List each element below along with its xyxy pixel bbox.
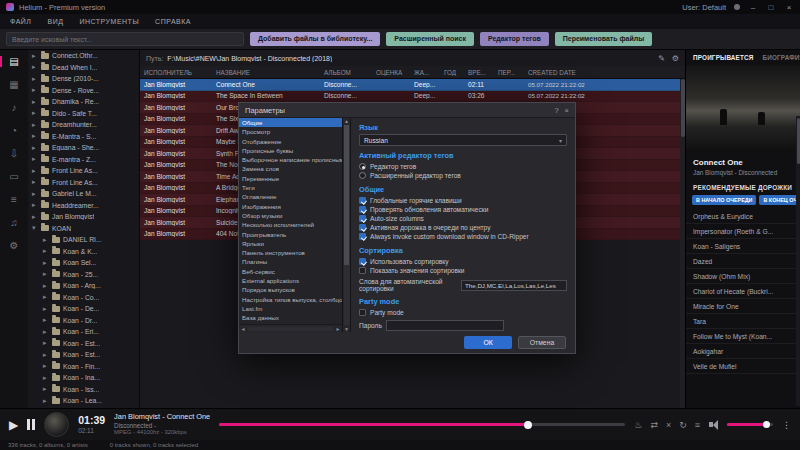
expand-arrow-icon[interactable]: ▸ — [32, 52, 38, 60]
column-header[interactable]: ЖА... — [410, 69, 440, 76]
expand-arrow-icon[interactable]: ▸ — [32, 190, 38, 198]
column-header[interactable]: ОЦЕНКА — [372, 69, 410, 76]
tree-item[interactable]: ▸ Koan - Fin... — [28, 361, 139, 373]
expand-arrow-icon[interactable]: ▸ — [43, 282, 49, 290]
close-button[interactable]: × — [784, 3, 794, 12]
recommended-track[interactable]: Follow Me to Myst (Koan... — [686, 329, 800, 344]
tree-item[interactable]: ▸ Dreamhunter... — [28, 119, 139, 131]
category-vscrollbar[interactable]: ▲ ▼ — [343, 118, 351, 332]
stop-after-icon[interactable]: × — [666, 420, 671, 430]
menu-item[interactable]: ИНСТРУМЕНТЫ — [79, 18, 139, 25]
expand-arrow-icon[interactable]: ▸ — [43, 351, 49, 359]
settings-category[interactable]: Плагины — [239, 257, 342, 266]
scroll-up-icon[interactable]: ▲ — [344, 118, 349, 124]
volume-icon[interactable] — [709, 420, 718, 430]
dialog-titlebar[interactable]: Параметры ? × — [239, 103, 575, 118]
checkbox-icon[interactable] — [359, 197, 366, 204]
recommended-track[interactable]: Miracle for One — [686, 299, 800, 314]
tree-item[interactable]: ▸ Koan - Eri... — [28, 326, 139, 338]
tree-item[interactable]: ▸ Dead When I... — [28, 62, 139, 74]
settings-category[interactable]: Замена слов — [239, 164, 342, 173]
checkbox-option[interactable]: Глобальные горячие клавиши — [359, 196, 567, 205]
column-header[interactable]: ГОД — [440, 69, 464, 76]
panel-tab[interactable]: БИОГРАФИЯ — [763, 54, 800, 61]
toolbar-button[interactable]: Редактор тегов — [480, 32, 549, 46]
settings-category[interactable]: Проигрыватель — [239, 230, 342, 239]
volume-slider[interactable] — [727, 423, 773, 426]
dialog-close-icon[interactable]: × — [565, 106, 569, 115]
radio-icon[interactable] — [359, 163, 366, 170]
expand-arrow-icon[interactable]: ▸ — [32, 167, 38, 175]
tree-item[interactable]: ▸ Koan - Co... — [28, 292, 139, 304]
queue-action-button[interactable]: В КОНЕЦ ОЧЕРЕДИ — [759, 195, 800, 205]
hot-tracks-icon[interactable]: ♨ — [634, 420, 642, 430]
radio-option[interactable]: Расширенный редактор тегов — [359, 171, 567, 180]
checkbox-option[interactable]: Party mode — [359, 308, 567, 317]
checkbox-icon[interactable] — [359, 224, 366, 231]
sort-words-input[interactable] — [461, 280, 567, 291]
settings-category[interactable]: Настройка типов выпуска, столбцов и п... — [239, 295, 342, 304]
sidebar-icon[interactable]: ♫ — [0, 216, 28, 229]
seek-bar[interactable] — [219, 423, 625, 426]
vscroll-thumb[interactable] — [344, 125, 349, 265]
settings-category[interactable]: Ярлыки — [239, 239, 342, 248]
tree-item[interactable]: ▸ Front Line As... — [28, 177, 139, 189]
tree-item[interactable]: ▸ E-mantra - Z... — [28, 154, 139, 166]
tree-item[interactable]: ▸ Dido - Safe T... — [28, 108, 139, 120]
settings-category[interactable]: Отображение — [239, 137, 342, 146]
expand-arrow-icon[interactable]: ▸ — [43, 305, 49, 313]
recommended-track[interactable]: Impersonator (Roeth & G... — [686, 224, 800, 239]
checkbox-option[interactable]: Активная дорожка в очереди по центру — [359, 223, 567, 232]
sidebar-icon[interactable]: ▭ — [0, 170, 28, 183]
checkbox-icon[interactable] — [359, 233, 366, 240]
expand-arrow-icon[interactable]: ▸ — [43, 374, 49, 382]
expand-arrow-icon[interactable]: ▸ — [32, 98, 38, 106]
settings-category[interactable]: Просмотр — [239, 127, 342, 136]
play-queue-icon[interactable]: ≡ — [695, 420, 700, 430]
scroll-left-icon[interactable]: ◄ — [239, 326, 247, 332]
expand-arrow-icon[interactable]: ▸ — [43, 247, 49, 255]
expand-arrow-icon[interactable]: ▸ — [43, 293, 49, 301]
sidebar-icon[interactable]: ▦ — [0, 78, 28, 91]
recommended-track[interactable]: Orpheus & Eurydice — [686, 209, 800, 224]
recommended-track[interactable]: Dazed — [686, 254, 800, 269]
tree-item[interactable]: ▸ Koan - Est... — [28, 349, 139, 361]
settings-category[interactable]: Теги — [239, 183, 342, 192]
party-mode-checkbox-icon[interactable] — [359, 309, 366, 316]
checkbox-option[interactable]: Auto-size columns — [359, 214, 567, 223]
column-header[interactable]: НАЗВАНИЕ — [212, 69, 320, 76]
tree-item[interactable]: ▸ Gabriel Le M... — [28, 188, 139, 200]
cancel-button[interactable]: Отмена — [518, 336, 566, 349]
expand-arrow-icon[interactable]: ▸ — [43, 316, 49, 324]
settings-category[interactable]: Веб-сервис — [239, 267, 342, 276]
language-dropdown[interactable]: Russian ▾ — [359, 134, 567, 146]
sidebar-icon[interactable]: ⇩ — [0, 147, 28, 160]
checkbox-icon[interactable] — [359, 215, 366, 222]
settings-category[interactable]: External applications — [239, 276, 342, 285]
tree-item[interactable]: ▸ Koan - Iss... — [28, 384, 139, 396]
tree-item[interactable]: ▸ Jan Blomqvist — [28, 211, 139, 223]
expand-arrow-icon[interactable]: ▸ — [43, 270, 49, 278]
password-input[interactable] — [386, 320, 504, 331]
browser-settings-icon[interactable]: ⚙ — [672, 54, 679, 63]
expand-arrow-icon[interactable]: ▸ — [32, 155, 38, 163]
seek-bar-knob[interactable] — [524, 421, 532, 429]
tree-item[interactable]: ▸ Koan - De... — [28, 303, 139, 315]
expand-arrow-icon[interactable]: ▸ — [32, 109, 38, 117]
recommended-track[interactable]: Chariot of Hecate (Buckri... — [686, 284, 800, 299]
tree-item[interactable]: ▸ Koan Sel... — [28, 257, 139, 269]
column-header[interactable]: ВРЕ... — [464, 69, 494, 76]
tree-item[interactable]: ▸ E-Mantra - S... — [28, 131, 139, 143]
expand-arrow-icon[interactable]: ▸ — [43, 385, 49, 393]
tree-item[interactable]: ▸ Koan - Ina... — [28, 372, 139, 384]
tree-item[interactable]: ▸ Koan - 25... — [28, 269, 139, 281]
repeat-icon[interactable]: ↻ — [679, 420, 687, 430]
menu-item[interactable]: ВИД — [47, 18, 63, 25]
panel-scrollbar[interactable] — [796, 116, 800, 406]
column-header[interactable]: CREATED DATE — [524, 69, 685, 76]
expand-arrow-icon[interactable]: ▸ — [32, 86, 38, 94]
sidebar-icon[interactable]: ▤ — [0, 55, 28, 68]
tree-item[interactable]: ▸ Dense - Rove... — [28, 85, 139, 97]
menu-item[interactable]: СПРАВКА — [155, 18, 191, 25]
minimize-button[interactable]: – — [748, 3, 758, 12]
